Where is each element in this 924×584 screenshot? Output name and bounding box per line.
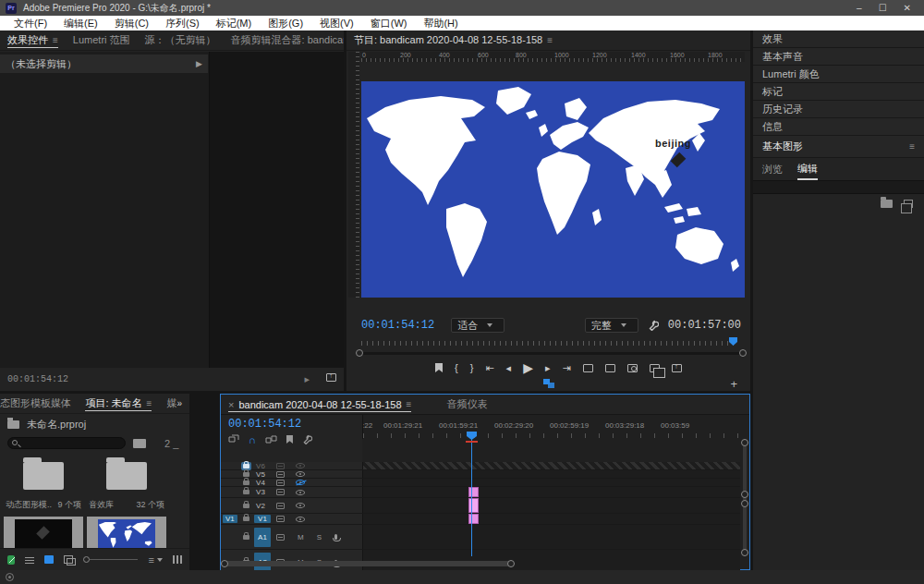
thumbnail-zoom-slider[interactable] (83, 556, 138, 563)
step-forward-icon[interactable]: ▸ (545, 362, 551, 374)
zoom-handle-left[interactable] (356, 349, 363, 357)
search-input[interactable] (8, 438, 125, 448)
toggle-track-output-icon[interactable] (296, 490, 305, 495)
freeform-view-icon[interactable] (64, 555, 73, 564)
menu-markers[interactable]: 标记(M) (208, 17, 261, 30)
export-frame-camera-icon[interactable] (627, 364, 638, 372)
tab-program[interactable]: 节目: bandicam 2020-04-08 12-55-18-158≡ (346, 30, 560, 50)
vscroll-knob[interactable] (741, 439, 748, 446)
vscroll-knob[interactable] (741, 549, 748, 556)
track-lane-a1[interactable] (362, 525, 740, 549)
program-timecode[interactable]: 00:01:54:12 (361, 319, 434, 332)
timeline-settings-wrench-icon[interactable] (302, 434, 312, 444)
settings-wrench-icon[interactable] (648, 320, 659, 331)
menu-help[interactable]: 帮助(H) (415, 17, 466, 30)
sort-icons-icon[interactable]: ≡ (148, 554, 162, 566)
mark-out-icon[interactable]: } (470, 362, 474, 373)
menu-window[interactable]: 窗口(W) (362, 17, 416, 30)
export-icon[interactable] (672, 364, 682, 372)
icon-view-icon[interactable] (44, 555, 54, 564)
lift-icon[interactable] (583, 364, 593, 372)
tab-effect-controls[interactable]: 效果控件≡ (0, 30, 66, 50)
tab-sequence[interactable]: × bandicam 2020-04-08 12-55-18-158 ≡ (221, 395, 419, 414)
timeline-horizontal-scrollbar[interactable] (221, 559, 732, 567)
snap-magnet-icon[interactable]: ∩ (249, 434, 256, 445)
search-bin-icon[interactable] (133, 439, 146, 448)
menu-graphics[interactable]: 图形(G) (260, 17, 311, 30)
project-root-row[interactable]: 未命名.prproj (0, 414, 189, 435)
panel-menu-icon[interactable]: ≡ (407, 399, 412, 409)
source-patch-icon[interactable] (276, 489, 285, 495)
source-patch-badge-v1[interactable]: V1 (223, 515, 237, 523)
lock-icon[interactable] (243, 504, 249, 508)
source-patch-icon[interactable] (276, 471, 285, 478)
solo-button[interactable]: S (317, 533, 322, 541)
automate-to-sequence-icon[interactable] (173, 555, 182, 564)
lock-icon[interactable] (243, 490, 249, 494)
extract-icon[interactable] (605, 364, 615, 372)
track-lane-v2[interactable] (362, 498, 740, 513)
maximize-button[interactable]: ☐ (879, 3, 887, 13)
panel-header-essential-sound[interactable]: 基本声音 (753, 48, 924, 66)
clip-v2[interactable] (468, 498, 479, 513)
add-marker-icon[interactable] (286, 435, 293, 444)
mute-button[interactable]: M (298, 533, 304, 541)
panel-menu-icon[interactable]: ≡ (547, 35, 553, 45)
new-layer-icon[interactable] (904, 200, 913, 208)
add-marker-icon[interactable] (435, 363, 443, 372)
insert-nest-icon[interactable] (228, 434, 239, 444)
track-lane-v4[interactable] (362, 479, 740, 486)
panel-header-effects[interactable]: 效果 (753, 30, 924, 48)
search-box[interactable] (7, 437, 126, 449)
panel-header-markers[interactable]: 标记 (753, 83, 924, 101)
playback-resolution-select[interactable]: 完整 (585, 318, 638, 333)
step-back-icon[interactable]: ◂ (506, 362, 512, 374)
toggle-track-output-icon[interactable] (296, 463, 305, 468)
panel-header-essential-graphics[interactable]: 基本图形 ≡ (753, 136, 924, 158)
comparison-view-icon[interactable] (650, 364, 660, 372)
track-target-v1[interactable]: V1 (254, 515, 271, 523)
lock-icon[interactable] (243, 481, 249, 485)
panel-menu-icon[interactable]: ≡ (147, 398, 152, 408)
track-lane-v3[interactable] (362, 487, 740, 497)
tab-motion-graphics-clipped[interactable]: 态图形模板媒体 (0, 394, 78, 413)
panel-header-info[interactable]: 信息 (753, 118, 924, 136)
menu-file[interactable]: 文件(F) (6, 17, 55, 30)
linked-selection-icon[interactable] (265, 435, 277, 444)
bin-tile-sound-library[interactable]: 音效库32 个项 (87, 456, 166, 511)
toggle-track-output-icon-off[interactable] (296, 480, 305, 485)
panel-header-lumetri-color[interactable]: Lumetri 颜色 (753, 66, 924, 83)
source-patch-icon[interactable] (276, 480, 285, 486)
panel-header-history[interactable]: 历史记录 (753, 101, 924, 118)
clip-v3[interactable] (468, 487, 479, 497)
drag-video-icon[interactable] (543, 379, 554, 388)
menu-clip[interactable]: 剪辑(C) (106, 17, 157, 30)
panel-menu-icon[interactable]: ≡ (53, 35, 58, 45)
play-icon[interactable]: ▶ (523, 360, 533, 375)
timeline-vertical-scrollbar[interactable] (741, 439, 748, 556)
source-patch-icon[interactable] (276, 516, 285, 522)
minimize-button[interactable]: – (857, 3, 862, 13)
bin-tile-motion-graphics[interactable]: 动态图形模..9 个项 (4, 456, 83, 511)
go-to-out-icon[interactable]: ⇥ (562, 362, 570, 374)
tab-audio-clip-mixer[interactable]: 音频剪辑混合器: bandicam 2020-04-0 (224, 30, 344, 50)
tab-media-browser-clipped[interactable]: 媒 (159, 394, 176, 413)
toggle-track-output-icon[interactable] (296, 517, 305, 522)
source-patch-icon[interactable] (276, 503, 285, 509)
tab-project[interactable]: 项目: 未命名≡ (78, 394, 159, 413)
play-around-icon[interactable]: ▸ (304, 373, 310, 385)
lock-icon[interactable] (243, 472, 249, 477)
tab-source-monitor[interactable]: 源：（无剪辑） (138, 30, 224, 50)
menu-view[interactable]: 视图(V) (311, 17, 362, 30)
vscroll-knob[interactable] (741, 491, 748, 498)
list-view-icon[interactable] (25, 555, 33, 564)
track-lane-v6-locked[interactable] (362, 462, 740, 469)
source-patch-icon[interactable] (276, 534, 285, 541)
expand-icon[interactable]: ▶ (196, 59, 202, 68)
tab-audio-meters[interactable]: 音频仪表 (439, 395, 494, 414)
toggle-track-output-icon[interactable] (296, 503, 305, 508)
menu-sequence[interactable]: 序列(S) (157, 17, 208, 30)
program-scrubber[interactable] (361, 338, 736, 346)
tab-lumetri-scopes[interactable]: Lumetri 范围 (66, 30, 138, 50)
button-editor-plus-icon[interactable]: + (730, 377, 737, 391)
